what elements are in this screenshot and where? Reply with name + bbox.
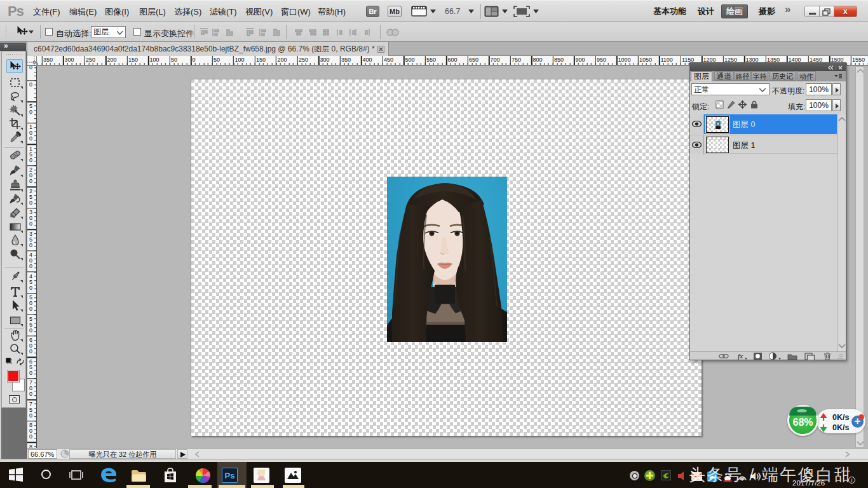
svg-text:fx: fx [738,353,743,360]
